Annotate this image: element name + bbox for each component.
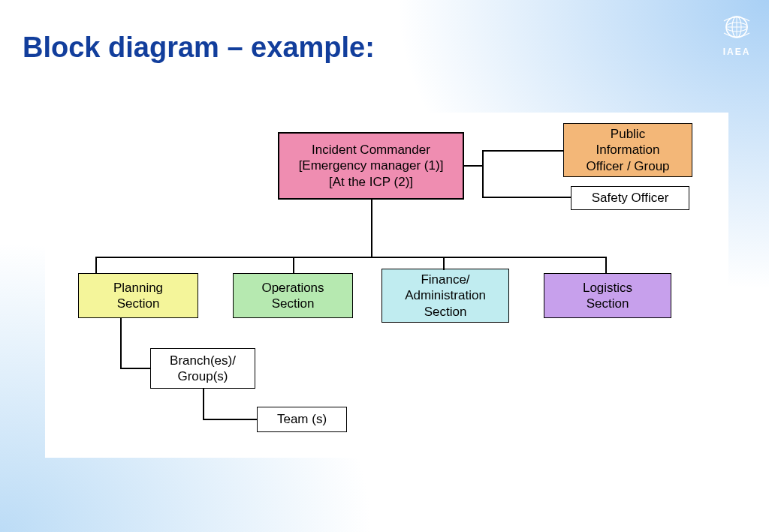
connector-line <box>482 197 571 198</box>
box-finance-admin-section: Finance/ Administration Section <box>381 269 509 323</box>
iaea-logo: IAEA <box>716 12 757 57</box>
connector-line <box>203 389 204 420</box>
connector-line <box>605 257 607 273</box>
box-planning-section: Planning Section <box>78 273 198 318</box>
box-operations-section: Operations Section <box>233 273 353 318</box>
connector-line <box>443 257 445 270</box>
box-logistics-section: Logistics Section <box>544 273 671 318</box>
slide-title: Block diagram – example: <box>23 32 375 64</box>
box-incident-commander: Incident Commander [Emergency manager (1… <box>278 132 464 200</box>
connector-line <box>120 368 150 369</box>
box-safety-officer: Safety Officer <box>571 186 689 210</box>
slide: Block diagram – example: IAEA Incident C… <box>0 0 769 532</box>
globe-icon <box>722 32 752 44</box>
box-teams: Team (s) <box>257 407 347 432</box>
connector-line <box>293 257 294 273</box>
connector-line <box>203 419 257 420</box>
box-branches-groups: Branch(es)/ Group(s) <box>150 348 255 389</box>
connector-line <box>464 165 484 167</box>
connector-line <box>482 150 563 152</box>
connector-line <box>95 257 97 273</box>
logo-label: IAEA <box>716 47 757 57</box>
connector-line <box>120 318 122 369</box>
connector-line <box>95 257 607 258</box>
connector-line <box>371 200 372 258</box>
diagram-canvas: Incident Commander [Emergency manager (1… <box>45 113 728 458</box>
box-public-information-officer: Public Information Officer / Group <box>563 123 692 177</box>
connector-line <box>482 150 484 198</box>
